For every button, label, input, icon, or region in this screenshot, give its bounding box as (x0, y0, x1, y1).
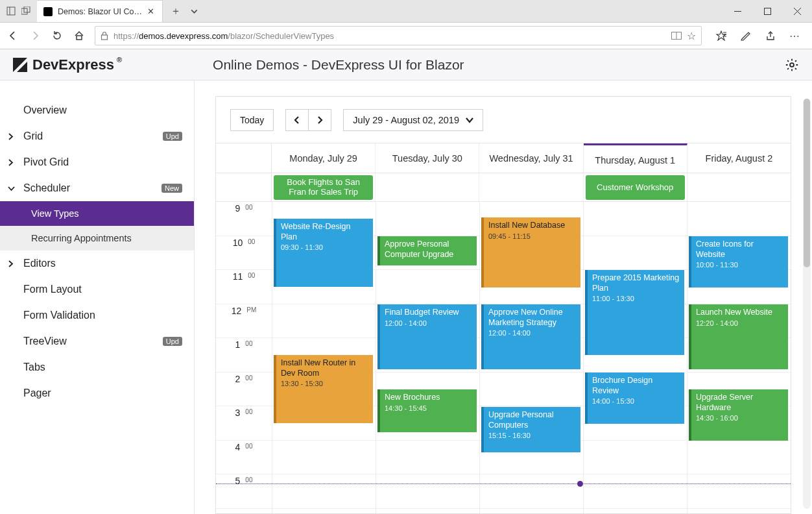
share-icon[interactable] (764, 29, 777, 42)
badge: Upd (163, 132, 182, 141)
tab-title: Demos: Blazor UI Comp (58, 7, 142, 16)
settings-gear-icon[interactable] (785, 58, 799, 72)
reading-view-icon[interactable] (671, 32, 682, 40)
date-range-picker[interactable]: July 29 - August 02, 2019 (343, 109, 483, 131)
calendar-event[interactable]: Install New Database09:45 - 11:15 (481, 217, 580, 288)
sidebar-item[interactable]: Pivot Grid (0, 149, 194, 175)
calendar-event[interactable]: Approve New Online Marketing Strategy12:… (481, 304, 580, 369)
date-range-label: July 29 - August 02, 2019 (353, 115, 459, 125)
badge: New (161, 184, 182, 193)
sidebar-item[interactable]: ·Form Validation (0, 302, 194, 328)
calendar-event[interactable]: Approve Personal Computer Upgrade (377, 236, 477, 265)
favorites-list-icon[interactable] (715, 29, 728, 42)
window-maximize-icon[interactable] (752, 0, 782, 22)
day-header[interactable]: Wednesday, July 31 (479, 143, 582, 173)
window-minimize-icon[interactable] (722, 0, 752, 22)
more-icon[interactable]: ⋯ (789, 29, 802, 42)
hour-label: 100 (216, 338, 272, 373)
chevron-icon (8, 133, 17, 140)
sidebar-item[interactable]: GridUpd (0, 123, 194, 149)
sidebar-item-label: Form Layout (23, 284, 82, 295)
sidebar-item[interactable]: ·Pager (0, 380, 194, 406)
day-header[interactable]: Thursday, August 1 (584, 145, 687, 175)
allday-event[interactable]: Book Flights to San Fran for Sales Trip (274, 175, 373, 200)
window-close-icon[interactable] (782, 0, 812, 22)
sidebar-item[interactable]: ·Tabs (0, 354, 194, 380)
calendar-event[interactable]: Create Icons for Website10:00 - 11:30 (689, 236, 788, 288)
svg-rect-9 (102, 35, 108, 40)
day-header[interactable]: Friday, August 2 (687, 143, 791, 173)
address-bar[interactable]: https://demos.devexpress.com/blazor/Sche… (95, 26, 702, 45)
sidebar-item[interactable]: ·TreeViewUpd (0, 328, 194, 354)
calendar-event[interactable]: Launch New Website12:20 - 14:00 (689, 304, 788, 369)
favorite-star-icon[interactable]: ☆ (687, 30, 696, 42)
day-column[interactable]: Prepare 2015 Marketing Plan11:00 - 13:30… (583, 202, 687, 513)
page-header: DevExpress® Online Demos - DevExpress UI… (0, 49, 812, 80)
day-column[interactable]: Install New Database09:45 - 11:15Approve… (479, 202, 583, 513)
hour-label: 300 (216, 406, 272, 441)
sidebar-toggle-icon[interactable] (6, 6, 16, 16)
day-header[interactable]: Monday, July 29 (272, 143, 375, 173)
calendar: Monday, July 29Tuesday, July 30Wednesday… (216, 143, 791, 513)
hour-label: 200 (216, 373, 272, 407)
hour-label: 500 (216, 474, 272, 509)
calendar-event[interactable]: Website Re-Design Plan09:30 - 11:30 (274, 219, 373, 287)
sidebar: ·OverviewGridUpdPivot GridSchedulerNewVi… (0, 80, 195, 514)
allday-event[interactable]: Customer Workshop (586, 175, 685, 200)
today-button[interactable]: Today (230, 109, 274, 131)
nav-refresh-icon[interactable] (51, 29, 64, 42)
day-header[interactable]: Tuesday, July 30 (376, 143, 479, 173)
nav-forward-icon (29, 29, 42, 42)
chevron-down-icon (466, 117, 473, 123)
nav-home-icon[interactable] (73, 29, 86, 42)
hour-label: 900 (216, 202, 272, 236)
sidebar-item[interactable]: ·Form Layout (0, 276, 194, 302)
hour-label: 1000 (216, 236, 272, 271)
calendar-event[interactable]: New Brochures14:30 - 15:45 (377, 389, 477, 432)
hour-label: 400 (216, 441, 272, 475)
browser-chrome: Demos: Blazor UI Comp ✕ ＋ https://demos.… (0, 0, 812, 49)
nav-back-icon[interactable] (6, 29, 19, 42)
calendar-event[interactable]: Install New Router in Dev Room13:30 - 15… (274, 355, 373, 423)
svg-rect-0 (7, 7, 15, 15)
sidebar-item[interactable]: SchedulerNew (0, 175, 194, 201)
sidebar-item-label: Pivot Grid (23, 156, 69, 168)
calendar-event[interactable]: Prepare 2015 Marketing Plan11:00 - 13:30 (585, 270, 684, 355)
scheduler-card: Today July 29 - August 02, 2019 Monday, … (215, 96, 791, 514)
scrollbar[interactable] (803, 99, 811, 509)
scheduler-toolbar: Today July 29 - August 02, 2019 (216, 97, 791, 143)
tab-close-icon[interactable]: ✕ (147, 6, 154, 16)
hour-label: 1100 (216, 270, 272, 304)
brand-text: DevExpress (32, 56, 114, 73)
sidebar-subitem[interactable]: View Types (0, 201, 194, 226)
new-tab-icon[interactable]: ＋ (171, 5, 181, 18)
now-indicator (216, 483, 791, 484)
calendar-event[interactable]: Upgrade Personal Computers15:15 - 16:30 (481, 407, 580, 452)
sidebar-item[interactable]: ·Overview (0, 97, 194, 123)
browser-tab[interactable]: Demos: Blazor UI Comp ✕ (37, 0, 163, 22)
tab-chevron-icon[interactable] (190, 7, 198, 16)
calendar-event[interactable]: Final Budget Review12:00 - 14:00 (377, 304, 477, 369)
sidebar-item[interactable]: Editors (0, 251, 194, 276)
time-gutter: 9001000110012PM100200300400500 (216, 202, 272, 513)
svg-rect-5 (764, 8, 770, 14)
sidebar-item-label: Overview (23, 104, 67, 116)
tabs-overview-icon[interactable] (21, 6, 30, 16)
calendar-event[interactable]: Upgrade Server Hardware14:30 - 16:00 (689, 389, 788, 441)
day-column[interactable]: Approve Personal Computer UpgradeFinal B… (376, 202, 479, 513)
window-quick-icons (0, 0, 37, 22)
chevron-icon (8, 260, 17, 267)
sidebar-subitem[interactable]: Recurring Appointments (0, 226, 194, 251)
notes-icon[interactable] (739, 29, 752, 42)
badge: Upd (163, 337, 182, 346)
day-column[interactable]: Create Icons for Website10:00 - 11:30Lau… (687, 202, 791, 513)
svg-point-19 (790, 63, 794, 67)
next-button[interactable] (308, 109, 331, 131)
main-panel: Today July 29 - August 02, 2019 Monday, … (195, 80, 812, 514)
url-text: https://demos.devexpress.com/blazor/Sche… (113, 31, 666, 41)
calendar-event[interactable]: Brochure Design Review14:00 - 15:30 (585, 373, 684, 424)
prev-button[interactable] (285, 109, 308, 131)
brand[interactable]: DevExpress® (13, 56, 125, 73)
sidebar-item-label: Form Validation (23, 310, 95, 321)
day-column[interactable]: Website Re-Design Plan09:30 - 11:30Insta… (272, 202, 376, 513)
